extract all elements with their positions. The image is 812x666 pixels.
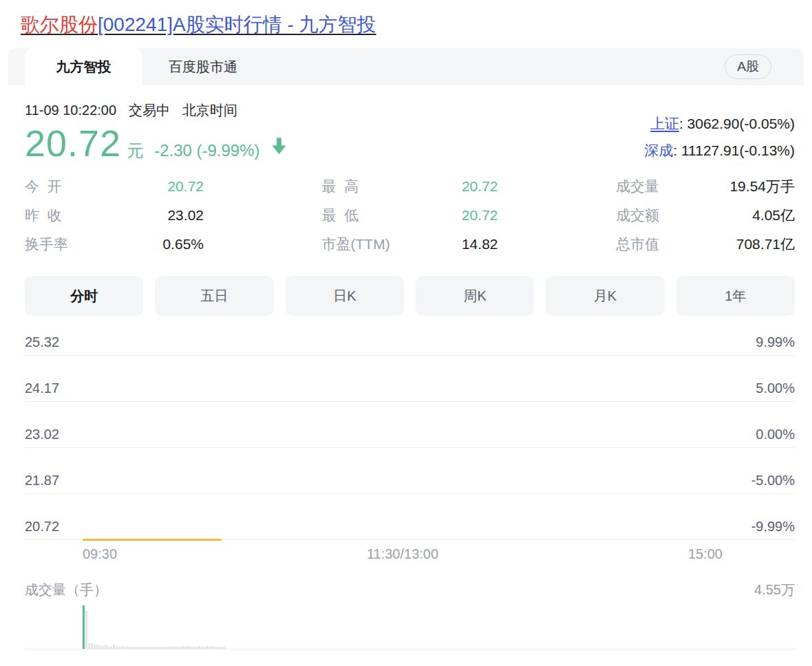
volume-title: 成交量（手） — [25, 580, 107, 599]
stat-label: 昨 收 — [25, 204, 62, 226]
market-badge[interactable]: A股 — [725, 54, 771, 79]
y-axis-percent-label: -9.99% — [751, 519, 795, 535]
stock-name: 歌尔股份 — [21, 14, 98, 35]
stats-grid: 今 开20.72 最 高20.72 成交量19.54万手 昨 收23.02 最 … — [25, 175, 795, 255]
market-badge-label: A股 — [737, 58, 759, 76]
x-axis-label-close: 15:00 — [688, 546, 723, 562]
period-tab-minute[interactable]: 分时 — [25, 276, 143, 316]
quote-time-row: 11-09 10:22:00交易中北京时间 — [25, 100, 288, 120]
volume-bar — [190, 647, 192, 649]
volume-bar — [94, 645, 96, 649]
volume-bar — [96, 645, 98, 649]
stat-volume: 成交量19.54万手 — [616, 175, 795, 197]
sh-index-value: : 3062.90(-0.05%) — [679, 116, 795, 131]
chart-x-axis: 09:30 11:30/13:00 15:00 — [25, 540, 795, 566]
volume-bar — [143, 647, 145, 649]
volume-bar — [215, 647, 217, 649]
stat-label: 最 低 — [322, 204, 359, 226]
page-title: 歌尔股份[002241]A股实时行情 - 九方智投 — [0, 0, 812, 37]
volume-bar — [151, 647, 153, 649]
stat-turnover-amount: 成交额4.05亿 — [616, 204, 795, 226]
volume-bar — [165, 647, 167, 649]
stat-value: 14.82 — [462, 233, 498, 255]
stat-value: 20.72 — [462, 204, 498, 226]
volume-bar — [193, 647, 195, 649]
stat-label: 今 开 — [25, 175, 62, 197]
tab-baidu-gushitong[interactable]: 百度股市通 — [142, 48, 264, 85]
minute-chart: 25.32 9.99% 24.17 5.00% 23.02 0.00% 21.8… — [25, 325, 795, 566]
chart-grid-row: 23.02 0.00% — [25, 402, 795, 448]
volume-bar — [162, 647, 164, 649]
period-tab-label: 分时 — [70, 287, 98, 305]
stat-value: 708.71亿 — [736, 233, 795, 255]
timezone-label: 北京时间 — [182, 103, 237, 118]
stat-market-cap: 总市值708.71亿 — [616, 233, 795, 255]
volume-bar — [182, 646, 184, 649]
volume-bar — [160, 647, 162, 649]
volume-bar — [121, 646, 123, 649]
volume-bar — [146, 647, 148, 649]
stat-pe-ttm: 市盈(TTM)14.82 — [322, 233, 498, 255]
sz-index-link[interactable]: 深成 — [644, 142, 673, 158]
y-axis-percent-label: 5.00% — [756, 380, 795, 396]
volume-bar — [149, 647, 151, 649]
current-price: 20.72 — [25, 124, 121, 162]
volume-bar — [212, 646, 214, 649]
stat-value: 19.54万手 — [729, 175, 795, 197]
period-tab-weekly-k[interactable]: 周K — [416, 276, 534, 316]
stock-title-rest: [002241]A股实时行情 - 九方智投 — [98, 14, 376, 35]
price-unit: 元 — [127, 140, 143, 162]
period-tab-daily-k[interactable]: 日K — [286, 276, 404, 316]
stat-label: 换手率 — [25, 233, 68, 255]
chart-grid-row: 25.32 9.99% — [25, 325, 795, 356]
tab-label: 九方智投 — [56, 58, 111, 76]
volume-bar — [217, 647, 220, 649]
stock-title-link[interactable]: 歌尔股份[002241]A股实时行情 - 九方智投 — [21, 14, 376, 35]
volume-bar — [124, 647, 126, 649]
y-axis-price-label: 24.17 — [25, 380, 59, 396]
stat-today-open: 今 开20.72 — [25, 175, 204, 197]
y-axis-price-label: 25.32 — [25, 334, 59, 350]
stat-value: 23.02 — [167, 204, 204, 226]
volume-header: 成交量（手） 4.55万 — [25, 580, 795, 599]
period-tab-monthly-k[interactable]: 月K — [546, 276, 664, 316]
volume-bar — [220, 647, 222, 649]
volume-bar — [138, 647, 140, 649]
period-tab-5day[interactable]: 五日 — [155, 276, 273, 316]
stat-label: 最 高 — [322, 175, 359, 197]
period-tab-label: 周K — [463, 287, 486, 305]
volume-bar — [223, 647, 225, 649]
period-tab-label: 五日 — [200, 287, 228, 305]
y-axis-price-label: 21.87 — [25, 473, 59, 488]
volume-bar — [83, 605, 85, 649]
sh-index-row: 上证: 3062.90(-0.05%) — [644, 110, 795, 137]
price-line — [83, 539, 222, 541]
chart-period-tabs: 分时 五日 日K 周K 月K 1年 — [25, 276, 795, 316]
sz-index-value: : 11127.91(-0.13%) — [673, 142, 795, 158]
period-tab-1year[interactable]: 1年 — [676, 276, 795, 316]
sh-index-link[interactable]: 上证 — [650, 116, 679, 131]
chart-grid-row: 20.72 -9.99% — [25, 494, 795, 540]
trading-status: 交易中 — [129, 103, 170, 118]
volume-bars — [25, 605, 795, 649]
tab-jiufang-zhitou[interactable]: 九方智投 — [25, 48, 142, 85]
volume-bar — [187, 646, 189, 649]
volume-bar — [116, 646, 118, 649]
quote-left: 11-09 10:22:00交易中北京时间 20.72 元 -2.30 (-9.… — [25, 100, 288, 164]
stat-value: 20.72 — [167, 175, 204, 197]
volume-bar — [132, 647, 134, 649]
chart-grid-row: 24.17 5.00% — [25, 356, 795, 402]
y-axis-percent-label: 9.99% — [756, 334, 795, 350]
volume-bar — [195, 647, 197, 649]
volume-bar — [107, 646, 109, 649]
quote-card: 九方智投 百度股市通 A股 11-09 10:22:00交易中北京时间 20.7… — [8, 48, 804, 649]
stat-label: 市盈(TTM) — [322, 233, 390, 255]
sz-index-row: 深成: 11127.91(-0.13%) — [644, 137, 795, 164]
stat-label: 成交量 — [616, 175, 659, 197]
volume-bar — [118, 647, 120, 649]
price-change: -2.30 (-9.99%) — [154, 141, 259, 160]
tab-label: 百度股市通 — [169, 58, 237, 76]
stat-value: 0.65% — [162, 233, 204, 255]
volume-bar — [201, 647, 203, 649]
volume-bar — [88, 643, 90, 649]
